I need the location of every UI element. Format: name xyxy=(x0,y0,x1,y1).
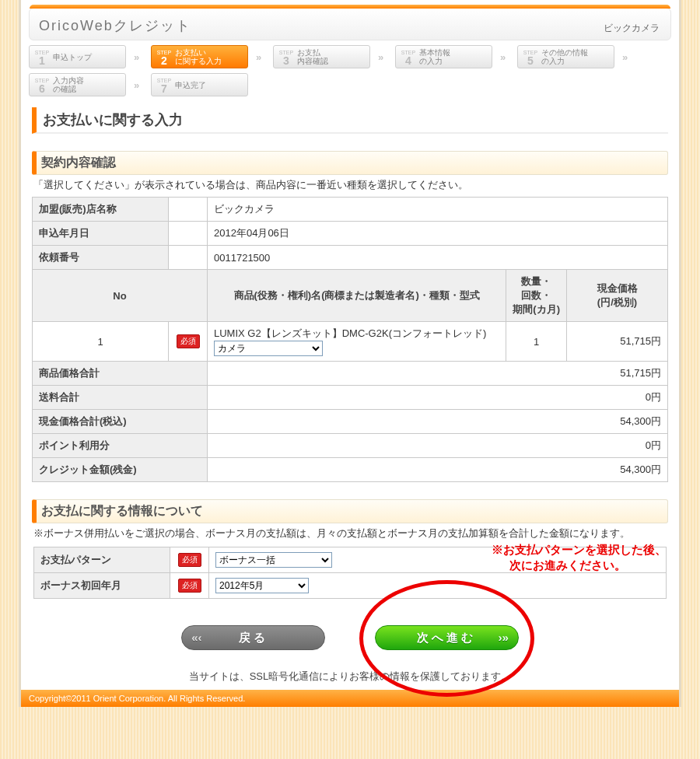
pay-pattern-label: お支払パターン xyxy=(34,547,170,573)
reqno-value: 0011721500 xyxy=(208,246,668,270)
col-price: 現金価格 (円/税別) xyxy=(567,270,668,322)
chevron-right-icon: » xyxy=(256,51,265,63)
steps-row-2: STEP6入力内容 の確認 » STEP7申込完了 xyxy=(29,73,671,96)
product-total-value: 51,715円 xyxy=(208,362,668,386)
step-7: STEP7申込完了 xyxy=(151,73,248,96)
section-contract-heading: 契約内容確認 xyxy=(32,151,668,175)
section-payment-heading: お支払に関する情報について xyxy=(32,499,668,523)
payment-annotation-row: お支払パターン 必須 ボーナス一括 ボーナス初回年月 必須 2012年5月 ※お… xyxy=(33,544,667,602)
row-bonus-month: ボーナス初回年月 必須 2012年5月 xyxy=(34,573,667,599)
item-name: LUMIX G2【レンズキット】DMC-G2K(コンフォートレッド) xyxy=(214,327,499,341)
date-value: 2012年04月06日 xyxy=(208,222,668,246)
row-credit: クレジット金額(残金) 54,300円 xyxy=(33,458,668,482)
row-point: ポイント利用分 0円 xyxy=(33,434,668,458)
bonus-month-select[interactable]: 2012年5月 xyxy=(215,578,309,593)
cash-total-label: 現金価格合計(税込) xyxy=(33,410,208,434)
row-cash-total: 現金価格合計(税込) 54,300円 xyxy=(33,410,668,434)
required-badge: 必須 xyxy=(178,579,201,593)
col-qty: 数量・ 回数・ 期間(カ月) xyxy=(506,270,567,322)
steps: STEP1申込トップ » STEP2お支払い に関する入力 » STEP3お支払… xyxy=(21,40,679,96)
item-no: 1 xyxy=(33,322,169,362)
bonus-month-label: ボーナス初回年月 xyxy=(34,573,170,599)
chevron-right-icon: » xyxy=(134,51,143,63)
pay-pattern-select[interactable]: ボーナス一括 xyxy=(215,552,332,568)
item-product-cell: LUMIX G2【レンズキット】DMC-G2K(コンフォートレッド) カメラ xyxy=(208,322,506,362)
row-product-total: 商品価格合計 51,715円 xyxy=(33,362,668,386)
attention-text: ※お支払パターンを選択した後、 次にお進みください。 xyxy=(492,542,667,572)
footer-ssl-note: 当サイトは、SSL暗号化通信によりお客様の情報を保護しております。 xyxy=(21,670,679,684)
step-1: STEP1申込トップ xyxy=(29,45,126,68)
chevron-right-icon: » xyxy=(134,79,143,91)
row-date: 申込年月日 2012年04月06日 xyxy=(33,222,668,246)
step-2: STEP2お支払い に関する入力 xyxy=(151,45,248,68)
item-row: 1 必須 LUMIX G2【レンズキット】DMC-G2K(コンフォートレッド) … xyxy=(33,322,668,362)
credit-label: クレジット金額(残金) xyxy=(33,458,208,482)
item-qty: 1 xyxy=(506,322,567,362)
shipping-label: 送料合計 xyxy=(33,386,208,410)
reqno-label: 依頼番号 xyxy=(33,246,169,270)
required-badge: 必須 xyxy=(178,553,201,567)
step-6: STEP6入力内容 の確認 xyxy=(29,73,126,96)
chevron-right-icon: » xyxy=(378,51,387,63)
step-5: STEP5その他の情報 の入力 xyxy=(517,45,614,68)
item-category-select[interactable]: カメラ xyxy=(214,341,323,356)
product-total-label: 商品価格合計 xyxy=(33,362,208,386)
point-value: 0円 xyxy=(208,434,668,458)
credit-value: 54,300円 xyxy=(208,458,668,482)
required-cell: 必須 xyxy=(169,322,208,362)
item-price: 51,715円 xyxy=(567,322,668,362)
copyright: Copyright©2011 Orient Corporation. All R… xyxy=(21,690,679,707)
page-frame: OricoWebクレジット ビックカメラ STEP1申込トップ » STEP2お… xyxy=(19,0,681,707)
header-row: No 商品(役務・権利)名(商標または製造者名)・種類・型式 数量・ 回数・ 期… xyxy=(33,270,668,322)
button-row: 戻る 次へ進む xyxy=(21,625,679,650)
step-3: STEP3お支払 内容確認 xyxy=(273,45,370,68)
title-box: OricoWebクレジット ビックカメラ xyxy=(29,8,671,40)
section-payment-note: ※ボーナス併用払いをご選択の場合、ボーナス月の支払額は、月々の支払額とボーナス月… xyxy=(33,526,667,540)
date-label: 申込年月日 xyxy=(33,222,169,246)
header: OricoWebクレジット ビックカメラ xyxy=(21,0,679,40)
row-shipping: 送料合計 0円 xyxy=(33,386,668,410)
required-badge: 必須 xyxy=(177,334,200,348)
cash-total-value: 54,300円 xyxy=(208,410,668,434)
row-store: 加盟(販売)店名称 ビックカメラ xyxy=(33,198,668,222)
step-4: STEP4基本情報 の入力 xyxy=(395,45,492,68)
point-label: ポイント利用分 xyxy=(33,434,208,458)
blank-cell xyxy=(169,198,208,222)
contract-table: 加盟(販売)店名称 ビックカメラ 申込年月日 2012年04月06日 依頼番号 … xyxy=(32,197,668,482)
store-label: 加盟(販売)店名称 xyxy=(33,198,169,222)
chevron-right-icon: » xyxy=(500,51,509,63)
next-button[interactable]: 次へ進む xyxy=(375,625,519,650)
section-contract-note: 「選択してください」が表示されている場合は、商品内容に一番近い種類を選択してくだ… xyxy=(33,178,667,192)
store-value: ビックカメラ xyxy=(208,198,668,222)
row-reqno: 依頼番号 0011721500 xyxy=(33,246,668,270)
app-title: OricoWebクレジット xyxy=(39,18,191,33)
header-accent xyxy=(30,5,670,9)
shop-name: ビックカメラ xyxy=(604,22,660,35)
col-product: 商品(役務・権利)名(商標または製造者名)・種類・型式 xyxy=(208,270,506,322)
page-title: お支払いに関する入力 xyxy=(32,107,668,134)
back-button[interactable]: 戻る xyxy=(181,625,325,650)
col-no: No xyxy=(33,270,208,322)
steps-row-1: STEP1申込トップ » STEP2お支払い に関する入力 » STEP3お支払… xyxy=(29,45,671,68)
chevron-right-icon: » xyxy=(622,51,632,63)
bonus-month-cell: 2012年5月 xyxy=(209,573,667,599)
shipping-value: 0円 xyxy=(208,386,668,410)
